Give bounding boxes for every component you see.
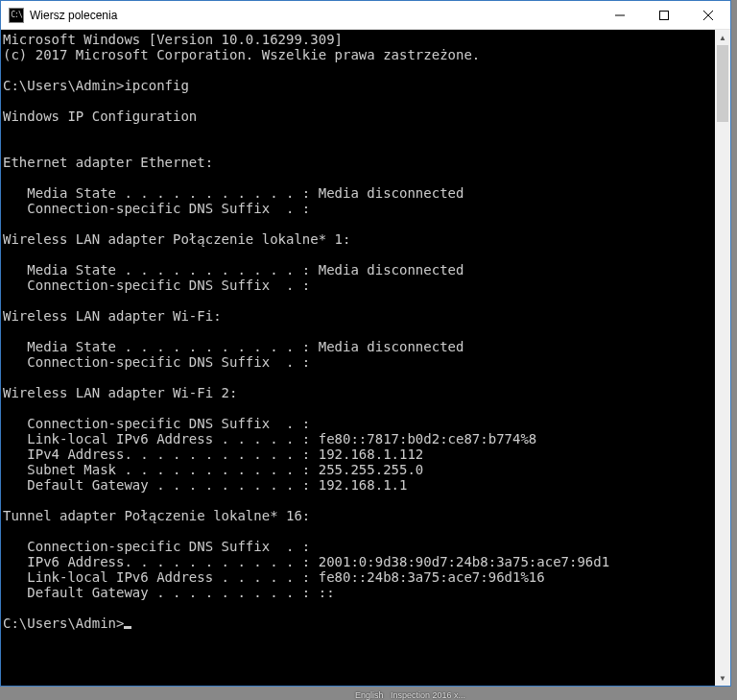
taskbar-hint: English Inspection 2016 x...: [355, 690, 465, 700]
scroll-up-icon[interactable]: ▲: [715, 30, 730, 45]
minimize-button[interactable]: [598, 1, 642, 29]
scrollbar-thumb[interactable]: [717, 45, 728, 122]
command-prompt-window: C:\ Wiersz polecenia Microsoft Windows […: [0, 0, 731, 687]
console-body: Microsoft Windows [Version 10.0.16299.30…: [1, 30, 730, 686]
scroll-down-icon[interactable]: ▼: [715, 670, 730, 686]
maximize-button[interactable]: [642, 1, 686, 29]
window-controls: [598, 1, 730, 29]
close-button[interactable]: [686, 1, 730, 29]
console-output[interactable]: Microsoft Windows [Version 10.0.16299.30…: [1, 30, 715, 686]
vertical-scrollbar[interactable]: ▲ ▼: [715, 30, 730, 686]
cursor: [124, 626, 131, 629]
cmd-icon: C:\: [9, 8, 24, 23]
titlebar[interactable]: C:\ Wiersz polecenia: [1, 1, 730, 30]
svg-rect-1: [660, 11, 669, 19]
window-title: Wiersz polecenia: [30, 9, 598, 22]
